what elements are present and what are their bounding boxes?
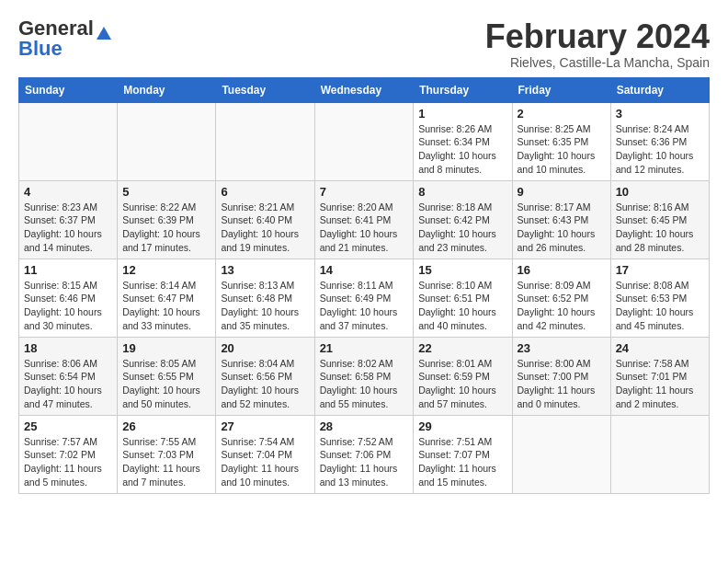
day-number: 10 [616,185,704,199]
day-number: 15 [418,263,506,277]
day-info: Sunrise: 7:54 AM Sunset: 7:04 PM Dayligh… [221,435,309,489]
day-info: Sunrise: 8:10 AM Sunset: 6:51 PM Dayligh… [418,279,506,333]
day-number: 24 [616,341,704,355]
calendar-cell: 29Sunrise: 7:51 AM Sunset: 7:07 PM Dayli… [414,415,512,493]
calendar-cell: 26Sunrise: 7:55 AM Sunset: 7:03 PM Dayli… [118,415,216,493]
day-number: 9 [518,185,606,199]
day-info: Sunrise: 8:09 AM Sunset: 6:52 PM Dayligh… [518,279,606,333]
header-wednesday: Wednesday [314,77,414,102]
day-number: 13 [221,263,309,277]
day-info: Sunrise: 8:08 AM Sunset: 6:53 PM Dayligh… [616,279,704,333]
calendar-cell: 4Sunrise: 8:23 AM Sunset: 6:37 PM Daylig… [19,180,118,259]
day-number: 29 [418,419,506,433]
calendar-cell: 8Sunrise: 8:18 AM Sunset: 6:42 PM Daylig… [414,180,512,259]
calendar-cell [118,102,216,180]
title-area: February 2024 Rielves, Castille-La Manch… [485,18,710,70]
day-info: Sunrise: 8:04 AM Sunset: 6:56 PM Dayligh… [221,357,309,411]
calendar-cell: 25Sunrise: 7:57 AM Sunset: 7:02 PM Dayli… [19,415,118,493]
calendar-cell: 28Sunrise: 7:52 AM Sunset: 7:06 PM Dayli… [314,415,414,493]
logo: General Blue [18,18,112,59]
calendar-cell [314,102,414,180]
day-info: Sunrise: 8:11 AM Sunset: 6:49 PM Dayligh… [320,279,409,333]
calendar-week-row: 18Sunrise: 8:06 AM Sunset: 6:54 PM Dayli… [19,337,710,415]
day-info: Sunrise: 8:16 AM Sunset: 6:45 PM Dayligh… [616,201,704,255]
day-number: 7 [320,185,409,199]
calendar-cell: 24Sunrise: 7:58 AM Sunset: 7:01 PM Dayli… [610,337,709,415]
calendar-cell: 27Sunrise: 7:54 AM Sunset: 7:04 PM Dayli… [216,415,314,493]
day-info: Sunrise: 7:51 AM Sunset: 7:07 PM Dayligh… [418,435,506,489]
day-number: 23 [518,341,606,355]
day-info: Sunrise: 8:13 AM Sunset: 6:48 PM Dayligh… [221,279,309,333]
day-number: 14 [320,263,409,277]
calendar-week-row: 1Sunrise: 8:26 AM Sunset: 6:34 PM Daylig… [19,102,710,180]
day-number: 18 [24,341,112,355]
day-info: Sunrise: 7:55 AM Sunset: 7:03 PM Dayligh… [122,435,210,489]
day-info: Sunrise: 8:25 AM Sunset: 6:35 PM Dayligh… [518,122,606,177]
day-info: Sunrise: 8:06 AM Sunset: 6:54 PM Dayligh… [24,357,112,411]
calendar-cell: 20Sunrise: 8:04 AM Sunset: 6:56 PM Dayli… [216,337,314,415]
calendar-cell: 6Sunrise: 8:21 AM Sunset: 6:40 PM Daylig… [216,180,314,259]
day-info: Sunrise: 8:00 AM Sunset: 7:00 PM Dayligh… [518,357,606,411]
day-info: Sunrise: 8:20 AM Sunset: 6:41 PM Dayligh… [320,201,409,255]
day-info: Sunrise: 8:17 AM Sunset: 6:43 PM Dayligh… [518,201,606,255]
calendar-table: SundayMondayTuesdayWednesdayThursdayFrid… [18,77,710,494]
calendar-cell [512,415,610,493]
header-sunday: Sunday [19,77,118,102]
day-number: 4 [24,185,112,199]
day-number: 26 [122,419,210,433]
day-number: 8 [418,185,506,199]
calendar-cell: 21Sunrise: 8:02 AM Sunset: 6:58 PM Dayli… [314,337,414,415]
calendar-cell: 19Sunrise: 8:05 AM Sunset: 6:55 PM Dayli… [118,337,216,415]
header-saturday: Saturday [610,77,709,102]
calendar-cell: 12Sunrise: 8:14 AM Sunset: 6:47 PM Dayli… [118,259,216,337]
day-number: 11 [24,263,112,277]
calendar-cell: 17Sunrise: 8:08 AM Sunset: 6:53 PM Dayli… [610,259,709,337]
header-tuesday: Tuesday [216,77,314,102]
calendar-cell: 13Sunrise: 8:13 AM Sunset: 6:48 PM Dayli… [216,259,314,337]
calendar-cell [610,415,709,493]
day-number: 22 [418,341,506,355]
day-info: Sunrise: 8:15 AM Sunset: 6:46 PM Dayligh… [24,279,112,333]
day-number: 12 [122,263,210,277]
calendar-cell: 7Sunrise: 8:20 AM Sunset: 6:41 PM Daylig… [314,180,414,259]
header-thursday: Thursday [414,77,512,102]
day-number: 21 [320,341,409,355]
calendar-cell: 18Sunrise: 8:06 AM Sunset: 6:54 PM Dayli… [19,337,118,415]
calendar-cell: 9Sunrise: 8:17 AM Sunset: 6:43 PM Daylig… [512,180,610,259]
day-info: Sunrise: 8:24 AM Sunset: 6:36 PM Dayligh… [616,122,704,177]
calendar-cell: 5Sunrise: 8:22 AM Sunset: 6:39 PM Daylig… [118,180,216,259]
header: General Blue February 2024 Rielves, Cast… [18,18,710,70]
day-info: Sunrise: 8:18 AM Sunset: 6:42 PM Dayligh… [418,201,506,255]
day-number: 17 [616,263,704,277]
calendar-cell: 11Sunrise: 8:15 AM Sunset: 6:46 PM Dayli… [19,259,118,337]
calendar-cell: 16Sunrise: 8:09 AM Sunset: 6:52 PM Dayli… [512,259,610,337]
header-monday: Monday [118,77,216,102]
calendar-cell: 23Sunrise: 8:00 AM Sunset: 7:00 PM Dayli… [512,337,610,415]
day-number: 1 [418,107,506,121]
day-info: Sunrise: 7:57 AM Sunset: 7:02 PM Dayligh… [24,435,112,489]
location-subtitle: Rielves, Castille-La Mancha, Spain [485,55,710,70]
calendar-cell [216,102,314,180]
day-info: Sunrise: 8:02 AM Sunset: 6:58 PM Dayligh… [320,357,409,411]
calendar-cell: 10Sunrise: 8:16 AM Sunset: 6:45 PM Dayli… [610,180,709,259]
day-number: 27 [221,419,309,433]
day-info: Sunrise: 7:52 AM Sunset: 7:06 PM Dayligh… [320,435,409,489]
day-info: Sunrise: 8:23 AM Sunset: 6:37 PM Dayligh… [24,201,112,255]
day-number: 28 [320,419,409,433]
day-number: 20 [221,341,309,355]
day-info: Sunrise: 8:01 AM Sunset: 6:59 PM Dayligh… [418,357,506,411]
day-info: Sunrise: 8:22 AM Sunset: 6:39 PM Dayligh… [122,201,210,255]
calendar-cell: 15Sunrise: 8:10 AM Sunset: 6:51 PM Dayli… [414,259,512,337]
day-number: 3 [616,107,704,121]
day-info: Sunrise: 8:26 AM Sunset: 6:34 PM Dayligh… [418,122,506,177]
calendar-cell: 3Sunrise: 8:24 AM Sunset: 6:36 PM Daylig… [610,102,709,180]
logo-text: General [18,18,112,39]
day-number: 2 [518,107,606,121]
day-number: 25 [24,419,112,433]
calendar-week-row: 11Sunrise: 8:15 AM Sunset: 6:46 PM Dayli… [19,259,710,337]
svg-marker-0 [97,27,111,40]
calendar-header-row: SundayMondayTuesdayWednesdayThursdayFrid… [19,77,710,102]
calendar-cell [19,102,118,180]
logo-blue: Blue [18,39,63,59]
day-info: Sunrise: 7:58 AM Sunset: 7:01 PM Dayligh… [616,357,704,411]
